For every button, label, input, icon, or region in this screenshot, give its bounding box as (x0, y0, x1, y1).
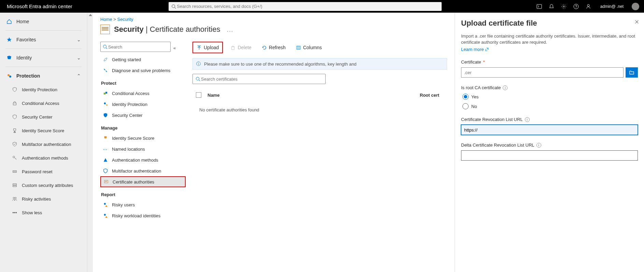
identity-icon (6, 55, 12, 61)
delta-crl-url-input[interactable] (461, 150, 638, 161)
breadcrumb-security[interactable]: Security (117, 17, 133, 22)
top-header: Microsoft Entra admin center ? admin@ .n… (0, 0, 644, 13)
columns-icon (296, 45, 301, 50)
header-user[interactable]: admin@ .net (600, 4, 624, 9)
sidebar-identity[interactable]: Identity ⌄ (0, 51, 87, 65)
sidebar-item-label: Authentication methods (22, 155, 68, 161)
sidebar-show-less[interactable]: •••Show less (0, 206, 87, 219)
notifications-icon[interactable] (548, 3, 555, 10)
sidebar-item-secure-score[interactable]: Identity Secure Score (0, 124, 87, 137)
info-tooltip-icon[interactable]: i (503, 85, 507, 90)
header-search-wrap (79, 2, 531, 11)
subnav-label: Identity Protection (112, 102, 147, 107)
learn-more-link[interactable]: Learn more (461, 47, 489, 52)
feedback-icon[interactable] (585, 3, 591, 10)
sidebar-favorites[interactable]: Favorites ⌄ (0, 33, 87, 46)
collapse-subnav-icon[interactable]: « (173, 45, 176, 51)
delta-crl-label: Delta Certificate Revocation List URL i (461, 142, 638, 148)
cert-search-input[interactable] (200, 76, 323, 82)
subnav-risky-workload[interactable]: Risky workload identities (100, 210, 186, 221)
col-root[interactable]: Root cert (420, 93, 447, 98)
person-shield-icon (102, 101, 109, 107)
refresh-button[interactable]: Refresh (259, 43, 288, 52)
sidebar-item-password-reset[interactable]: Password reset (0, 165, 87, 178)
subnav-auth-methods[interactable]: Authentication methods (100, 154, 186, 165)
select-all-checkbox[interactable] (192, 92, 205, 98)
radio-no[interactable]: No (462, 103, 638, 109)
certificate-page-icon (100, 25, 110, 34)
subnav-risky-users[interactable]: Risky users (100, 199, 186, 210)
header-search-box[interactable] (169, 2, 442, 11)
col-name[interactable]: Name (205, 93, 420, 98)
cloud-shell-icon[interactable] (536, 3, 542, 10)
svg-point-34 (196, 77, 199, 80)
subnav-label: Authentication methods (112, 158, 158, 163)
subnav-secure-score[interactable]: Identity Secure Score (100, 133, 186, 144)
sidebar-item-custom-attrs[interactable]: Custom security attributes (0, 178, 87, 192)
columns-button[interactable]: Columns (293, 43, 325, 52)
radio-yes[interactable]: Yes (462, 94, 638, 100)
main-area: Home > Security Security | Certificate a… (93, 13, 644, 272)
sidebar-item-risky-activities[interactable]: Risky activities (0, 192, 87, 206)
scroll-up-icon (89, 14, 92, 16)
avatar[interactable] (632, 3, 639, 10)
help-icon[interactable]: ? (573, 3, 579, 10)
subnav-security-center[interactable]: Security Center (100, 110, 186, 121)
radio-button[interactable] (462, 94, 469, 100)
close-panel-button[interactable] (634, 19, 639, 25)
certificate-file-input[interactable] (461, 67, 624, 78)
sidebar-item-identity-protection[interactable]: Identity Protection (0, 83, 87, 96)
svg-point-29 (104, 214, 106, 216)
svg-point-19 (103, 45, 106, 48)
radio-yes-label: Yes (471, 94, 478, 99)
svg-point-28 (104, 203, 106, 205)
subnav-getting-started[interactable]: Getting started (100, 54, 186, 65)
breadcrumb-home[interactable]: Home (100, 17, 112, 22)
sidebar-home-label: Home (16, 19, 29, 24)
sidebar-sep3 (5, 67, 82, 67)
tag-icon (12, 182, 18, 188)
conditional-access-icon (102, 90, 109, 96)
shield-icon (102, 112, 109, 118)
left-sidebar: Home Favorites ⌄ Identity ⌄ Protection ⌃… (0, 13, 87, 272)
info-tooltip-icon[interactable]: i (525, 117, 530, 122)
subnav-diagnose[interactable]: Diagnose and solve problems (100, 65, 186, 76)
content-row: « Getting started Diagnose and solve pro… (100, 42, 447, 221)
sidebar-item-security-center[interactable]: Security Center (0, 110, 87, 124)
subnav-search[interactable] (100, 42, 171, 52)
chevron-down-icon: ⌄ (77, 55, 81, 60)
chevron-up-icon: ⌃ (77, 73, 81, 79)
subnav-label: Multifactor authentication (112, 168, 161, 174)
sidebar-item-conditional-access[interactable]: Conditional Access (0, 96, 87, 110)
location-icon: <·> (102, 146, 109, 152)
sidebar-home[interactable]: Home (0, 15, 87, 28)
radio-button[interactable] (462, 103, 469, 109)
upload-button[interactable]: Upload (194, 43, 221, 52)
sidebar-sep (5, 30, 82, 31)
subnav-mfa[interactable]: Multifactor authentication (100, 165, 186, 176)
subnav-certificate-authorities[interactable]: Certificate authorities (100, 176, 186, 187)
sidebar-item-mfa[interactable]: Multifactor authentication (0, 137, 87, 151)
search-icon (103, 44, 108, 49)
subnav-identity-protection[interactable]: Identity Protection (100, 99, 186, 110)
subnav-conditional-access[interactable]: Conditional Access (100, 88, 186, 99)
crl-url-input[interactable] (461, 125, 638, 135)
browse-file-button[interactable] (626, 67, 638, 78)
scroll-gutter[interactable] (87, 13, 93, 272)
subnav-heading-manage: Manage (100, 121, 186, 133)
more-actions-icon[interactable]: … (224, 26, 233, 33)
settings-icon[interactable] (561, 3, 567, 10)
cert-search-box[interactable] (192, 74, 326, 84)
svg-rect-2 (537, 4, 542, 9)
subnav-named-locations[interactable]: <·>Named locations (100, 144, 186, 154)
subnav-label: Security Center (112, 113, 143, 118)
shield-check-icon (12, 141, 18, 147)
info-tooltip-icon[interactable]: i (536, 143, 541, 148)
auth-icon (102, 157, 109, 163)
radio-no-label: No (471, 104, 477, 109)
header-search-input[interactable] (176, 3, 439, 9)
subnav-search-input[interactable] (108, 44, 168, 50)
sidebar-protection[interactable]: Protection ⌃ (0, 69, 87, 83)
delete-button: Delete (228, 43, 254, 52)
sidebar-item-auth-methods[interactable]: Authentication methods (0, 151, 87, 165)
